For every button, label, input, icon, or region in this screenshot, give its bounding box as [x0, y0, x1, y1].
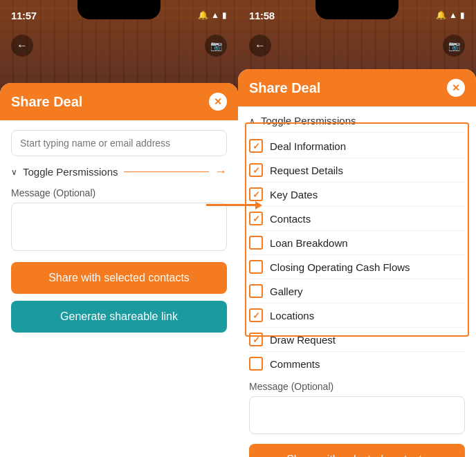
permission-label-0: Deal Information — [270, 140, 346, 152]
permission-checkbox-6[interactable] — [249, 284, 263, 298]
permission-item: Contacts — [249, 207, 465, 231]
close-icon-left: ✕ — [214, 96, 222, 107]
permission-label-5: Closing Operating Cash Flows — [270, 261, 410, 273]
nav-bar-right: ← 📷 — [238, 30, 476, 61]
nav-bar-left: ← 📷 — [0, 30, 238, 61]
battery-icon-right: ▮ — [460, 10, 465, 20]
wifi-icon-right: ▲ — [449, 10, 457, 20]
notch-right — [315, 0, 399, 19]
modal-card-left: Share Deal ✕ ∨ Toggle Persmissions → Mes… — [0, 83, 238, 457]
permission-item: Draw Request — [249, 328, 465, 352]
bell-icon-left: 🔔 — [198, 10, 208, 20]
permission-item: Gallery — [249, 279, 465, 304]
toggle-header-right[interactable]: ∧ Toggle Persmissions — [249, 106, 465, 133]
permission-checkbox-9[interactable] — [249, 357, 263, 371]
permission-item: Loan Breakdown — [249, 231, 465, 255]
permission-label-7: Locations — [270, 310, 314, 321]
toggle-arrow-left: → — [214, 165, 227, 179]
toggle-line-left — [124, 171, 209, 173]
back-button-left[interactable]: ← — [11, 35, 33, 57]
close-icon-right: ✕ — [452, 82, 460, 93]
notch-left — [77, 0, 161, 19]
permission-label-4: Loan Breakdown — [270, 237, 348, 249]
bell-icon-right: 🔔 — [436, 10, 446, 20]
battery-icon-left: ▮ — [222, 10, 227, 20]
permissions-list: Deal InformationRequest DetailsKey Dates… — [249, 134, 465, 375]
modal-body-right: ∧ Toggle Persmissions Deal InformationRe… — [238, 106, 476, 457]
permission-checkbox-5[interactable] — [249, 260, 263, 274]
message-label-left: Message (Optional) — [11, 187, 227, 198]
permission-label-3: Contacts — [270, 213, 311, 225]
back-icon-left: ← — [17, 39, 28, 52]
modal-close-left[interactable]: ✕ — [209, 93, 227, 111]
share-button-right[interactable]: Share with selected contacts — [249, 444, 465, 457]
right-phone-panel: 11:58 🔔 ▲ ▮ ← 📷 Share Deal ✕ ∧ Toggle Pe… — [238, 0, 476, 457]
permission-item: Locations — [249, 304, 465, 328]
chevron-up-icon-right: ∧ — [249, 116, 255, 126]
camera-icon-left: 📷 — [210, 40, 222, 51]
modal-card-right: Share Deal ✕ ∧ Toggle Persmissions Deal … — [238, 69, 476, 457]
status-time-right: 11:58 — [249, 10, 275, 21]
modal-header-left: Share Deal ✕ — [0, 83, 238, 120]
share-button-left[interactable]: Share with selected contacts — [11, 262, 227, 294]
toggle-label-right: Toggle Persmissions — [261, 115, 356, 127]
permission-label-9: Comments — [270, 358, 320, 370]
back-button-right[interactable]: ← — [249, 35, 271, 57]
permission-item: Closing Operating Cash Flows — [249, 255, 465, 279]
camera-button-right[interactable]: 📷 — [443, 35, 465, 57]
status-time-left: 11:57 — [11, 10, 37, 21]
modal-close-right[interactable]: ✕ — [447, 79, 465, 97]
modal-title-left: Share Deal — [11, 94, 82, 110]
permission-label-1: Request Details — [270, 165, 343, 176]
modal-title-right: Share Deal — [249, 80, 320, 96]
permission-item: Comments — [249, 352, 465, 375]
back-icon-right: ← — [255, 39, 266, 52]
chevron-down-icon-left: ∨ — [11, 167, 17, 177]
permission-checkbox-1[interactable] — [249, 163, 263, 177]
camera-icon-right: 📷 — [448, 40, 460, 51]
permission-label-6: Gallery — [270, 286, 303, 297]
permission-checkbox-2[interactable] — [249, 187, 263, 201]
permission-item: Key Dates — [249, 183, 465, 207]
toggle-row-left[interactable]: ∨ Toggle Persmissions → — [11, 165, 227, 179]
left-phone-panel: 11:57 🔔 ▲ ▮ ← 📷 Share Deal ✕ ∨ Toggle Pe… — [0, 0, 238, 457]
modal-body-left: ∨ Toggle Persmissions → Message (Optiona… — [0, 120, 238, 342]
permission-item: Request Details — [249, 158, 465, 183]
permission-checkbox-0[interactable] — [249, 139, 263, 153]
permission-item: Deal Information — [249, 134, 465, 158]
message-label-right: Message (Optional) — [249, 381, 465, 392]
permission-checkbox-7[interactable] — [249, 308, 263, 322]
message-textarea-left[interactable] — [11, 203, 227, 251]
status-icons-left: 🔔 ▲ ▮ — [198, 10, 227, 20]
permission-checkbox-4[interactable] — [249, 236, 263, 250]
search-input-left[interactable] — [11, 130, 227, 156]
permission-label-8: Draw Request — [270, 334, 336, 346]
camera-button-left[interactable]: 📷 — [205, 35, 227, 57]
modal-header-right: Share Deal ✕ — [238, 69, 476, 106]
status-icons-right: 🔔 ▲ ▮ — [436, 10, 465, 20]
permission-checkbox-3[interactable] — [249, 212, 263, 225]
wifi-icon-left: ▲ — [211, 10, 219, 20]
toggle-label-left: Toggle Persmissions — [23, 166, 118, 178]
message-textarea-right[interactable] — [249, 396, 465, 434]
permission-label-2: Key Dates — [270, 189, 318, 200]
permission-checkbox-8[interactable] — [249, 333, 263, 346]
generate-link-button-left[interactable]: Generate shareable link — [11, 301, 227, 333]
